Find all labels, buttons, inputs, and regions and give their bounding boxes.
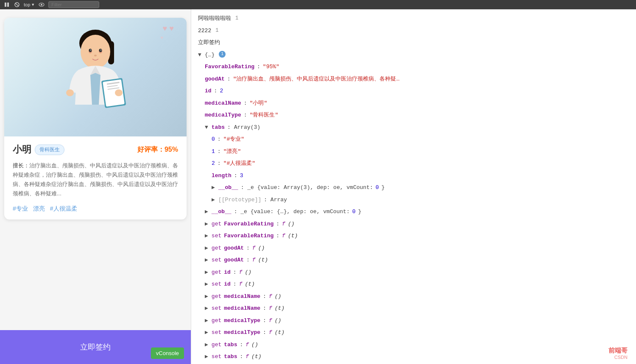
console-line: ▶ __ob__ : _e {value: Array(3), dep: oe,… [191,182,636,194]
console-line: ▶ get tabs : f () [191,339,636,351]
console-line: ▶ [[Prototype]] : Array [191,194,636,206]
doctor-card: ♥ ♥ ♥ [4,18,187,220]
collapse-arrow[interactable]: ▶ [205,256,208,264]
console-line: ▶ get id : f () [191,267,636,279]
rating: 好评率：95% [137,145,178,154]
svg-rect-0 [5,3,6,7]
tag-2: #人很温柔 [50,205,77,213]
tags: #专业 漂亮 #人很温柔 [13,205,178,213]
console-line: 立即签约 [191,37,636,49]
svg-rect-1 [7,3,9,7]
svg-point-11 [89,49,92,52]
eye-icon[interactable] [38,1,45,8]
console-line: ▶ get medicalName : f () [191,291,636,303]
collapse-arrow[interactable]: ▶ [205,208,208,216]
svg-point-14 [100,50,101,50]
svg-line-3 [15,3,19,6]
console-line: ▶ set medicalType : f (t) [191,327,636,339]
console-line: ▶ __ob__ : _e {value: {…}, dep: oe, vmCo… [191,206,636,218]
console-line: FavorableRating : "95%" [191,61,636,73]
left-panel: ♥ ♥ ♥ [0,9,191,364]
console-line: goodAt : "治疗脑出血、颅脑损伤、中风后遗症以及中医治疗颈椎病、各种疑… [191,73,636,86]
console-line: 2222 1 [191,25,636,37]
svg-point-15 [94,55,97,56]
console-line: id : 2 [191,85,636,97]
doctor-header: 小明 骨科医生 好评率：95% [13,143,178,156]
chevron-down-icon: ▼ [31,3,35,7]
doctor-svg [53,20,138,134]
doctor-info: 小明 骨科医生 好评率：95% 擅长：治疗脑出血、颅脑损伤、中风后遗症以及中医治… [4,136,187,220]
console-line: ▶ get FavorableRating : f () [191,218,636,231]
collapse-arrow[interactable]: ▼ [198,51,201,59]
console-line: ▼ tabs : Array(3) [191,122,636,134]
console-line: ▶ set goodAt : f (t) [191,254,636,267]
doctor-name: 小明 [13,143,31,156]
console-line: 阿啦啦啦啦啦 1 [191,13,636,25]
collapse-arrow[interactable]: ▶ [212,183,215,192]
svg-point-21 [66,89,74,96]
doctor-type-badge: 骨科医生 [35,144,64,155]
console-line: medicalType : "骨科医生" [191,109,636,122]
bottom-bar: 立即签约 vConsole [0,330,191,364]
collapse-arrow[interactable]: ▶ [205,317,208,325]
console-line: 1 : "漂亮" [191,146,636,158]
vconsole-button[interactable]: vConsole [151,347,184,359]
block-icon[interactable] [14,1,20,8]
collapse-arrow[interactable]: ▶ [205,304,208,313]
collapse-arrow[interactable]: ▼ [205,123,208,132]
collapse-arrow[interactable]: ▶ [205,353,208,361]
console-line: 0 : "#专业" [191,133,636,146]
console-line: ▼ {…} 1 [191,49,636,61]
doctor-desc: 擅长：治疗脑出血、颅脑损伤、中风后遗症以及中医治疗颈椎病、各种疑难杂症，治疗脑出… [13,161,178,198]
pause-icon[interactable] [3,1,10,8]
tag-0: #专业 [13,205,28,213]
console-line: ▶ set FavorableRating : f (t) [191,230,636,242]
card-container: ♥ ♥ ♥ [0,9,191,330]
top-selector[interactable]: top ▼ [24,2,35,7]
collapse-arrow[interactable]: ▶ [205,220,208,228]
doctor-image: ♥ ♥ ♥ [4,18,187,136]
collapse-arrow[interactable]: ▶ [205,232,208,240]
collapse-arrow[interactable]: ▶ [205,280,208,289]
console-line: length : 3 [191,170,636,182]
console-line: ▶ get medicalType : f () [191,315,636,327]
devtools-toolbar: top ▼ [0,0,636,9]
devtools-content: 阿啦啦啦啦啦 1 2222 1 立即签约 ▼ {…} 1 FavorableRa… [191,9,636,364]
console-line: ▶ set medicalName : f (t) [191,303,636,315]
svg-point-5 [41,4,42,6]
svg-point-22 [115,89,123,96]
collapse-arrow[interactable]: ▶ [205,328,208,337]
doctor-name-tag: 小明 骨科医生 [13,143,64,156]
right-panel: 阿啦啦啦啦啦 1 2222 1 立即签约 ▼ {…} 1 FavorableRa… [191,9,636,364]
watermark: 前端哥 CSDN [608,347,628,360]
svg-point-8 [81,35,110,69]
svg-point-13 [90,50,91,50]
console-line: 2 : "#人很温柔" [191,158,636,170]
filter-input[interactable] [48,1,99,8]
collapse-arrow[interactable]: ▶ [212,196,215,204]
console-line: ▶ get goodAt : f () [191,242,636,255]
collapse-arrow[interactable]: ▶ [205,292,208,301]
collapse-arrow[interactable]: ▶ [205,268,208,277]
console-line: medicalName : "小明" [191,97,636,110]
main-area: ♥ ♥ ♥ [0,9,636,364]
console-line: ▶ set id : f (t) [191,278,636,291]
collapse-arrow[interactable]: ▶ [205,244,208,253]
collapse-arrow[interactable]: ▶ [205,341,208,349]
sign-button[interactable]: 立即签约 [80,342,111,352]
console-line: ▶ set tabs : f (t) [191,351,636,363]
svg-point-12 [99,49,102,52]
tag-1: 漂亮 [33,205,45,213]
